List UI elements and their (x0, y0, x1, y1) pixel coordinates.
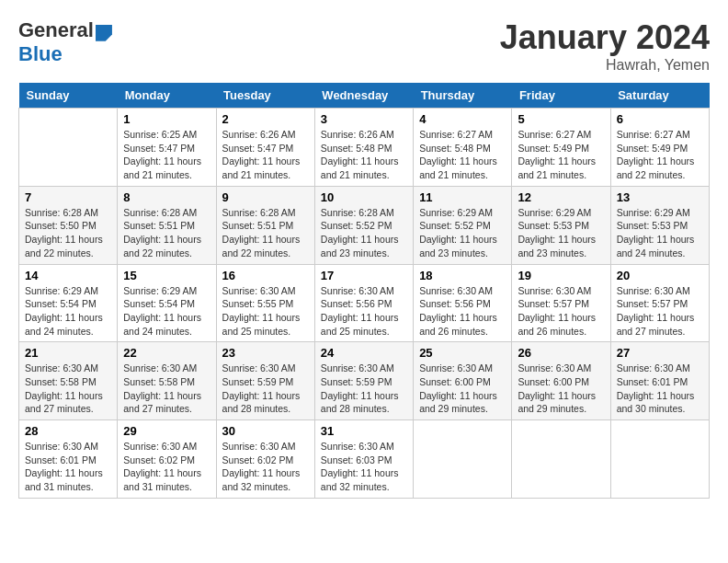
calendar-cell (19, 109, 118, 187)
page-header: General Blue January 2024 Hawrah, Yemen (18, 18, 710, 74)
day-info: Sunrise: 6:30 AMSunset: 6:02 PMDaylight:… (123, 440, 210, 494)
day-info: Sunrise: 6:26 AMSunset: 5:48 PMDaylight:… (321, 128, 407, 182)
calendar-cell: 1Sunrise: 6:25 AMSunset: 5:47 PMDaylight… (118, 109, 216, 187)
day-number: 11 (419, 190, 506, 204)
day-header-tuesday: Tuesday (216, 83, 314, 109)
day-info: Sunrise: 6:27 AMSunset: 5:48 PMDaylight:… (419, 128, 506, 182)
calendar-cell: 29Sunrise: 6:30 AMSunset: 6:02 PMDayligh… (118, 420, 216, 499)
day-number: 4 (419, 112, 506, 126)
day-number: 27 (617, 346, 703, 360)
day-number: 2 (222, 112, 309, 126)
calendar-cell: 3Sunrise: 6:26 AMSunset: 5:48 PMDaylight… (314, 109, 413, 187)
day-info: Sunrise: 6:27 AMSunset: 5:49 PMDaylight:… (518, 128, 604, 182)
calendar-cell: 27Sunrise: 6:30 AMSunset: 6:01 PMDayligh… (610, 342, 709, 420)
header-row: SundayMondayTuesdayWednesdayThursdayFrid… (19, 83, 710, 109)
day-number: 3 (321, 112, 407, 126)
day-header-wednesday: Wednesday (314, 83, 413, 109)
calendar-cell: 26Sunrise: 6:30 AMSunset: 6:00 PMDayligh… (512, 342, 610, 420)
calendar-cell: 16Sunrise: 6:30 AMSunset: 5:55 PMDayligh… (216, 264, 314, 342)
logo: General Blue (18, 18, 112, 66)
day-number: 1 (123, 112, 210, 126)
day-header-friday: Friday (512, 83, 610, 109)
day-number: 31 (321, 424, 407, 438)
day-info: Sunrise: 6:29 AMSunset: 5:54 PMDaylight:… (25, 284, 111, 339)
calendar-cell: 14Sunrise: 6:29 AMSunset: 5:54 PMDayligh… (19, 264, 118, 342)
day-info: Sunrise: 6:30 AMSunset: 5:58 PMDaylight:… (123, 362, 210, 416)
calendar-cell (610, 420, 709, 499)
calendar-cell: 15Sunrise: 6:29 AMSunset: 5:54 PMDayligh… (118, 264, 216, 342)
day-header-thursday: Thursday (414, 83, 512, 109)
calendar-cell: 20Sunrise: 6:30 AMSunset: 5:57 PMDayligh… (610, 264, 709, 342)
title-block: January 2024 Hawrah, Yemen (500, 18, 710, 74)
day-info: Sunrise: 6:28 AMSunset: 5:51 PMDaylight:… (222, 206, 309, 260)
day-number: 14 (25, 269, 111, 282)
day-number: 16 (222, 269, 309, 282)
day-number: 15 (123, 269, 210, 282)
day-number: 26 (518, 346, 604, 360)
day-info: Sunrise: 6:30 AMSunset: 5:56 PMDaylight:… (321, 284, 407, 339)
day-number: 10 (321, 190, 407, 204)
day-info: Sunrise: 6:30 AMSunset: 5:59 PMDaylight:… (321, 362, 407, 416)
day-info: Sunrise: 6:28 AMSunset: 5:52 PMDaylight:… (321, 206, 407, 260)
day-info: Sunrise: 6:29 AMSunset: 5:54 PMDaylight:… (123, 284, 210, 339)
calendar-cell: 18Sunrise: 6:30 AMSunset: 5:56 PMDayligh… (414, 264, 512, 342)
day-header-sunday: Sunday (19, 83, 118, 109)
day-info: Sunrise: 6:30 AMSunset: 6:00 PMDaylight:… (518, 362, 604, 416)
day-number: 24 (321, 346, 407, 360)
calendar-cell (512, 420, 610, 499)
day-info: Sunrise: 6:29 AMSunset: 5:52 PMDaylight:… (419, 206, 506, 260)
calendar-cell: 31Sunrise: 6:30 AMSunset: 6:03 PMDayligh… (314, 420, 413, 499)
logo-text: General (18, 18, 112, 42)
calendar-cell: 22Sunrise: 6:30 AMSunset: 5:58 PMDayligh… (118, 342, 216, 420)
calendar-cell: 9Sunrise: 6:28 AMSunset: 5:51 PMDaylight… (216, 186, 314, 264)
week-row-4: 21Sunrise: 6:30 AMSunset: 5:58 PMDayligh… (19, 342, 710, 420)
day-header-saturday: Saturday (610, 83, 709, 109)
location: Hawrah, Yemen (500, 57, 710, 74)
logo-icon (96, 25, 112, 41)
calendar-cell: 12Sunrise: 6:29 AMSunset: 5:53 PMDayligh… (512, 186, 610, 264)
day-info: Sunrise: 6:30 AMSunset: 5:57 PMDaylight:… (617, 284, 703, 339)
day-number: 6 (617, 112, 703, 126)
day-number: 13 (617, 190, 703, 204)
day-info: Sunrise: 6:30 AMSunset: 6:03 PMDaylight:… (321, 440, 407, 494)
calendar-cell: 11Sunrise: 6:29 AMSunset: 5:52 PMDayligh… (414, 186, 512, 264)
day-info: Sunrise: 6:27 AMSunset: 5:49 PMDaylight:… (617, 128, 703, 182)
day-info: Sunrise: 6:26 AMSunset: 5:47 PMDaylight:… (222, 128, 309, 182)
week-row-2: 7Sunrise: 6:28 AMSunset: 5:50 PMDaylight… (19, 186, 710, 264)
day-number: 9 (222, 190, 309, 204)
logo-blue: Blue (18, 42, 63, 66)
calendar-cell: 24Sunrise: 6:30 AMSunset: 5:59 PMDayligh… (314, 342, 413, 420)
day-number: 30 (222, 424, 309, 438)
day-number: 19 (518, 269, 604, 282)
calendar-cell (414, 420, 512, 499)
calendar-cell: 21Sunrise: 6:30 AMSunset: 5:58 PMDayligh… (19, 342, 118, 420)
calendar-cell: 28Sunrise: 6:30 AMSunset: 6:01 PMDayligh… (19, 420, 118, 499)
day-number: 25 (419, 346, 506, 360)
day-info: Sunrise: 6:28 AMSunset: 5:51 PMDaylight:… (123, 206, 210, 260)
calendar-cell: 10Sunrise: 6:28 AMSunset: 5:52 PMDayligh… (314, 186, 413, 264)
day-info: Sunrise: 6:30 AMSunset: 5:55 PMDaylight:… (222, 284, 309, 339)
calendar-cell: 25Sunrise: 6:30 AMSunset: 6:00 PMDayligh… (414, 342, 512, 420)
day-number: 18 (419, 269, 506, 282)
day-number: 20 (617, 269, 703, 282)
calendar-cell: 19Sunrise: 6:30 AMSunset: 5:57 PMDayligh… (512, 264, 610, 342)
calendar-cell: 8Sunrise: 6:28 AMSunset: 5:51 PMDaylight… (118, 186, 216, 264)
day-number: 12 (518, 190, 604, 204)
day-info: Sunrise: 6:30 AMSunset: 6:01 PMDaylight:… (25, 440, 111, 494)
week-row-1: 1Sunrise: 6:25 AMSunset: 5:47 PMDaylight… (19, 109, 710, 187)
day-info: Sunrise: 6:30 AMSunset: 5:56 PMDaylight:… (419, 284, 506, 339)
calendar-cell: 13Sunrise: 6:29 AMSunset: 5:53 PMDayligh… (610, 186, 709, 264)
calendar-cell: 7Sunrise: 6:28 AMSunset: 5:50 PMDaylight… (19, 186, 118, 264)
day-info: Sunrise: 6:30 AMSunset: 6:02 PMDaylight:… (222, 440, 309, 494)
calendar-cell: 17Sunrise: 6:30 AMSunset: 5:56 PMDayligh… (314, 264, 413, 342)
month-year: January 2024 (500, 18, 710, 57)
day-number: 22 (123, 346, 210, 360)
day-number: 8 (123, 190, 210, 204)
calendar-cell: 6Sunrise: 6:27 AMSunset: 5:49 PMDaylight… (610, 109, 709, 187)
week-row-5: 28Sunrise: 6:30 AMSunset: 6:01 PMDayligh… (19, 420, 710, 499)
day-number: 29 (123, 424, 210, 438)
logo-general: General (18, 18, 94, 41)
day-info: Sunrise: 6:30 AMSunset: 6:01 PMDaylight:… (617, 362, 703, 416)
day-info: Sunrise: 6:25 AMSunset: 5:47 PMDaylight:… (123, 128, 210, 182)
day-number: 21 (25, 346, 111, 360)
